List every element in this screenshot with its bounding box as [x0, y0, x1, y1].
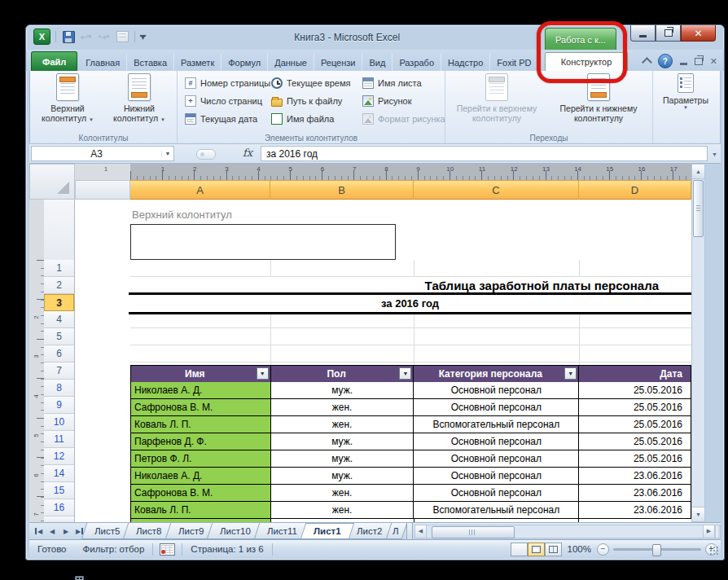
scroll-down-icon[interactable]: ▼ [692, 507, 704, 521]
customize-qat-button[interactable]: ▬▼ [140, 33, 146, 40]
row-header-15[interactable]: 15 [44, 482, 74, 499]
zoom-handle[interactable] [652, 544, 661, 556]
table-cell[interactable]: 25.05.2016 [579, 399, 691, 416]
table-cell[interactable]: Основной персонал [414, 468, 579, 485]
table-row[interactable]: Парфенов Д. Ф.муж.Основной персонал25.05… [130, 433, 691, 450]
table-cell[interactable]: муж. [271, 433, 414, 450]
filter-dropdown-button[interactable]: ▼ [257, 367, 269, 380]
redo-button[interactable]: ↪▼ [97, 30, 112, 44]
table-cell[interactable]: Вспомогательный персонал [414, 502, 579, 519]
scrollbar-splitter[interactable] [715, 525, 721, 538]
table-header-2[interactable]: Пол▼ [271, 366, 414, 382]
table-cell[interactable]: 25.05.2016 [579, 450, 691, 468]
restore-button[interactable] [656, 25, 681, 42]
go-to-header-button[interactable]: Перейти к верхнему колонтитулу [446, 73, 547, 129]
name-box[interactable]: A3 ▼ [31, 146, 174, 161]
table-cell[interactable]: Сафронова В. М. [131, 485, 271, 502]
tab-данные[interactable]: Данные [268, 54, 314, 71]
tab-вид[interactable]: Вид [362, 54, 393, 71]
table-cell[interactable]: Основной персонал [414, 399, 579, 416]
scroll-left-icon[interactable]: ◀ [414, 525, 427, 538]
table-cell[interactable]: Основной персонал [414, 485, 579, 502]
рисунок-button[interactable]: Рисунок [360, 92, 451, 110]
formula-input[interactable]: за 2016 год [261, 146, 708, 161]
chevron-down-icon[interactable]: ▼ [161, 151, 173, 156]
table-row[interactable]: Петров Ф. Л.муж.Основной персонал25.05.2… [130, 450, 691, 468]
table-cell[interactable]: 25.05.2016 [579, 433, 691, 450]
page-layout-view-button[interactable] [528, 543, 545, 556]
tab-рецензи[interactable]: Рецензи [314, 54, 363, 71]
tab-файл[interactable]: Файл [31, 51, 77, 71]
table-cell[interactable]: жен. [271, 399, 414, 416]
table-row[interactable]: Коваль Л. П.жен.Вспомогательный персонал… [130, 502, 691, 519]
tab-надстро[interactable]: Надстро [441, 54, 490, 71]
table-cell[interactable]: Основной персонал [414, 433, 579, 450]
table-cell[interactable]: жен. [271, 485, 414, 502]
table-cell[interactable]: 25.05.2016 [579, 382, 691, 399]
name-box-resizer[interactable] [196, 149, 216, 160]
collapse-ribbon-icon[interactable] [642, 57, 652, 68]
contextual-tab-group-header[interactable]: Работа с к... [545, 28, 616, 51]
row-header-11[interactable]: 11 [44, 431, 74, 448]
table-cell[interactable]: Петров Ф. Л. [131, 450, 271, 468]
текущая-дата-button[interactable]: Текущая дата [182, 110, 264, 128]
workbook-close-icon[interactable]: ✕ [710, 57, 717, 66]
row-header-9[interactable]: 9 [44, 397, 74, 414]
table-cell[interactable]: Вспомогательный персонал [414, 416, 579, 433]
zoom-out-button[interactable]: − [597, 543, 609, 556]
help-icon[interactable]: ? [658, 54, 673, 68]
row-header-6[interactable]: 6 [44, 345, 74, 362]
close-button[interactable]: ✕ [681, 25, 716, 42]
table-cell[interactable]: Сафронова В. М. [131, 399, 271, 416]
selected-cell-a3[interactable]: за 2016 год [129, 292, 691, 314]
row-header-8[interactable]: 8 [44, 380, 74, 397]
column-header-d[interactable]: D [579, 180, 691, 200]
filter-dropdown-button[interactable]: ▼ [564, 367, 577, 380]
go-to-footer-button[interactable]: Перейти к нижнему колонтитулу [548, 73, 649, 129]
expand-formula-bar-icon[interactable]: ▼ [709, 147, 720, 160]
table-cell[interactable]: Николаев А. Д. [131, 468, 271, 485]
scroll-right-icon[interactable]: ▶ [703, 525, 715, 538]
имя-листа-button[interactable]: Имя листа [360, 74, 451, 92]
tab-главная[interactable]: Главная [79, 54, 127, 71]
row-header-12[interactable]: 12 [44, 448, 74, 465]
header-button[interactable]: Верхний колонтитул ▼ [33, 73, 102, 129]
table-cell[interactable]: жен. [271, 502, 414, 519]
previous-sheet-button[interactable]: ◀ [46, 525, 59, 538]
table-format-button[interactable] [115, 30, 129, 44]
horizontal-scroll-track[interactable] [427, 525, 703, 538]
table-header-3[interactable]: Категория персонала▼ [414, 366, 579, 382]
resize-grip[interactable] [709, 546, 719, 556]
tab-foxit-pd[interactable]: Foxit PD [490, 54, 538, 71]
table-cell[interactable]: муж. [271, 382, 414, 399]
sheet-tab-лист1[interactable]: Лист1 [300, 523, 354, 539]
vertical-scrollbar[interactable]: ▲ ▼ [691, 164, 705, 522]
minimize-button[interactable] [630, 25, 656, 42]
macro-record-icon[interactable] [160, 543, 175, 556]
normal-view-button[interactable] [511, 543, 528, 556]
next-sheet-button[interactable]: ▶ [59, 525, 72, 538]
column-header-b[interactable]: B [270, 180, 414, 200]
options-button[interactable]: Параметры ▼ [651, 73, 720, 129]
row-header-1[interactable]: 1 [44, 260, 74, 277]
table-row[interactable]: Сафронова В. М.жен.Основной персонал23.0… [130, 485, 691, 502]
table-cell[interactable]: Основной персонал [414, 450, 579, 468]
row-header-3[interactable]: 3 [44, 294, 74, 311]
table-row[interactable]: Николаев А. Д.муж.Основной персонал23.06… [130, 468, 691, 485]
table-row[interactable]: Николаев А. Д.муж.Основной персонал25.05… [130, 382, 691, 399]
row-header-14[interactable]: 14 [44, 465, 74, 482]
table-cell[interactable]: 25.05.2016 [579, 416, 691, 433]
filter-dropdown-button[interactable]: ▼ [399, 367, 411, 380]
table-cell[interactable]: жен. [271, 416, 414, 433]
undo-button[interactable]: ↩▼ [79, 30, 94, 44]
table-row[interactable]: Сафронова В. М.жен.Основной персонал25.0… [130, 399, 691, 416]
table-title-cell[interactable]: Таблица заработной платы персонала [130, 277, 691, 294]
horizontal-scrollbar[interactable]: ◀ ▶ [414, 523, 721, 539]
table-cell[interactable]: Коваль Л. П. [131, 502, 271, 519]
page-break-view-button[interactable] [545, 543, 562, 556]
zoom-track[interactable] [613, 548, 701, 551]
table-header-1[interactable]: Имя▼ [131, 366, 271, 382]
column-header-a[interactable]: A [130, 180, 270, 200]
table-cell[interactable]: 23.06.2016 [579, 485, 691, 502]
tab-вставка[interactable]: Вставка [127, 54, 174, 71]
